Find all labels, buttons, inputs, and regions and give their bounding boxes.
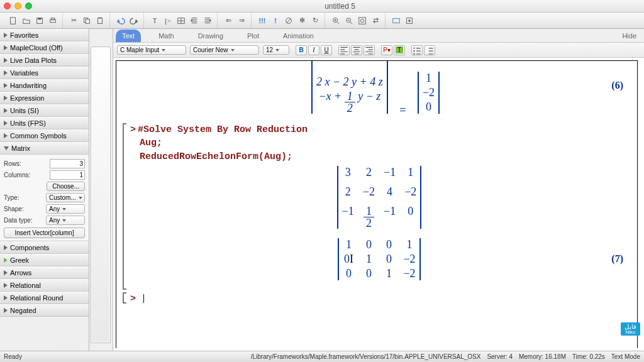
- insert-text-icon[interactable]: T: [149, 15, 160, 26]
- palette-live-data-plots[interactable]: Live Data Plots: [0, 54, 89, 67]
- palette-common-symbols[interactable]: Common Symbols: [0, 129, 89, 142]
- copy-icon[interactable]: [81, 15, 92, 26]
- list-number-icon[interactable]: [424, 45, 435, 55]
- align-left-icon[interactable]: [338, 45, 350, 55]
- svg-rect-8: [99, 17, 101, 18]
- cut-icon[interactable]: ✂: [68, 15, 79, 26]
- open-icon[interactable]: [21, 15, 32, 26]
- restart-icon[interactable]: ↻: [309, 15, 321, 26]
- indent-left-icon[interactable]: [189, 15, 200, 26]
- zoom-in-icon[interactable]: [330, 15, 341, 26]
- highlight-icon[interactable]: T: [394, 45, 405, 55]
- document-page[interactable]: a 2 x − 2 y + 4 z −x + 12 y − z = 1 −2 0: [116, 60, 638, 348]
- debug-icon[interactable]: ✻: [296, 15, 308, 26]
- palette-expression[interactable]: Expression: [0, 92, 89, 104]
- tool-a-icon[interactable]: [391, 15, 402, 26]
- font-select[interactable]: Courier New: [190, 45, 259, 55]
- shape-label: Shape:: [4, 206, 43, 212]
- italic-button[interactable]: I: [308, 45, 319, 55]
- palette-favorites[interactable]: Favorites: [0, 29, 89, 41]
- status-path: /Library/Frameworks/Maple.framework/Vers…: [251, 353, 481, 360]
- palette-units-fps[interactable]: Units (FPS): [0, 117, 89, 129]
- palette-greek[interactable]: Greek: [0, 254, 89, 266]
- insert-vector-button[interactable]: Insert Vector[column]: [4, 228, 85, 238]
- matrix-palette-body: Rows: Columns: Choose... Type:Custom... …: [0, 155, 89, 241]
- zoom-out-icon[interactable]: [343, 15, 355, 26]
- type-select[interactable]: Custom...: [46, 193, 85, 202]
- redo-icon[interactable]: [128, 15, 140, 26]
- zoom-fit-icon[interactable]: [357, 15, 368, 26]
- tab-animation[interactable]: Animation: [277, 30, 320, 42]
- svg-rect-0: [11, 17, 16, 24]
- insert-math-icon[interactable]: [>: [162, 15, 174, 26]
- close-icon[interactable]: [4, 3, 11, 9]
- tool-b-icon[interactable]: [404, 15, 415, 26]
- maximize-icon[interactable]: [25, 3, 32, 9]
- cols-label: Columns:: [4, 172, 47, 178]
- status-ready: Ready: [4, 353, 22, 360]
- underline-button[interactable]: U: [321, 45, 332, 55]
- size-select[interactable]: 12: [263, 45, 289, 55]
- execute-one-icon[interactable]: !: [270, 15, 281, 26]
- style-select[interactable]: C Maple Input: [117, 45, 186, 55]
- font-color-icon[interactable]: P▾: [381, 45, 392, 55]
- choose-button[interactable]: Choose...: [47, 182, 85, 191]
- bold-button[interactable]: B: [296, 45, 307, 55]
- window-controls: [4, 3, 32, 9]
- execute-icon[interactable]: !!!: [257, 15, 268, 26]
- palette-relational[interactable]: Relational: [0, 279, 89, 292]
- group-bar[interactable]: [123, 292, 126, 304]
- input-line[interactable]: ReducedRowEchelonForm(Aug);: [140, 151, 292, 162]
- svg-rect-3: [50, 19, 56, 22]
- prompt-icon: >: [130, 124, 136, 135]
- svg-line-15: [337, 21, 340, 24]
- palette-matrix[interactable]: Matrix: [0, 142, 89, 155]
- palette-negated[interactable]: Negated: [0, 304, 89, 317]
- stop-icon[interactable]: [283, 15, 294, 26]
- context-bar: Text Math Drawing Plot Animation Hide: [113, 29, 644, 43]
- undo-icon[interactable]: [115, 15, 126, 26]
- indent-right-icon[interactable]: [202, 15, 213, 26]
- palette-maplecloud[interactable]: MapleCloud (Off): [0, 41, 89, 54]
- insert-table-icon[interactable]: [175, 15, 187, 26]
- svg-line-19: [350, 21, 353, 24]
- cols-input[interactable]: [50, 170, 85, 180]
- palette-units-si[interactable]: Units (SI): [0, 104, 89, 117]
- svg-point-22: [360, 19, 364, 22]
- section-tab[interactable]: [91, 47, 111, 343]
- shape-select[interactable]: Any: [46, 204, 85, 214]
- input-cursor[interactable]: [138, 293, 144, 304]
- datatype-select[interactable]: Any: [46, 216, 85, 225]
- format-bar: C Maple Input Courier New 12 B I U P▾ T: [113, 43, 644, 58]
- svg-point-28: [413, 53, 414, 54]
- align-right-icon[interactable]: [364, 45, 375, 55]
- datatype-label: Data type:: [4, 217, 43, 224]
- palette-components[interactable]: Components: [0, 241, 89, 254]
- forward-icon[interactable]: ⇒: [236, 15, 247, 26]
- toggle-icon[interactable]: ⇄: [370, 15, 381, 26]
- document-scroll[interactable]: a 2 x − 2 y + 4 z −x + 12 y − z = 1 −2 0: [113, 58, 644, 351]
- tab-text[interactable]: Text: [116, 30, 141, 42]
- palette-handwriting[interactable]: Handwriting: [0, 79, 89, 92]
- palette-arrows[interactable]: Arrows: [0, 266, 89, 279]
- tab-math[interactable]: Math: [152, 30, 180, 42]
- print-icon[interactable]: [47, 15, 58, 26]
- tab-plot[interactable]: Plot: [241, 30, 265, 42]
- hide-button[interactable]: Hide: [617, 30, 641, 42]
- back-icon[interactable]: ⇐: [223, 15, 234, 26]
- input-line[interactable]: Aug;: [140, 138, 162, 148]
- svg-rect-2: [38, 18, 41, 19]
- minimize-icon[interactable]: [14, 3, 21, 9]
- align-center-icon[interactable]: [351, 45, 362, 55]
- palette-variables[interactable]: Variables: [0, 67, 89, 79]
- svg-rect-21: [359, 17, 366, 24]
- input-line[interactable]: #Solve System By Row Reduction: [138, 124, 308, 135]
- save-icon[interactable]: [34, 15, 45, 26]
- paste-icon[interactable]: [94, 15, 106, 26]
- list-bullet-icon[interactable]: [411, 45, 423, 55]
- tab-drawing[interactable]: Drawing: [192, 30, 230, 42]
- rows-input[interactable]: [50, 159, 85, 168]
- new-icon[interactable]: [8, 15, 19, 26]
- palette-relational-round[interactable]: Relational Round: [0, 292, 89, 304]
- group-bar[interactable]: [123, 123, 126, 290]
